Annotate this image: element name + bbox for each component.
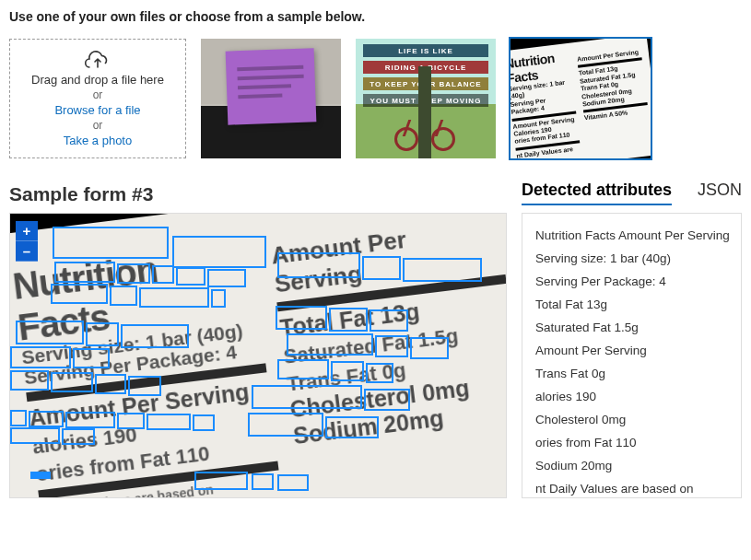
sample-thumb-3[interactable]: Nutrition Facts Serving size: 1 bar (40g…	[510, 39, 651, 158]
result-tabs: Detected attributes JSON	[522, 181, 742, 205]
detected-item: Serving size: 1 bar (40g)	[535, 248, 728, 271]
image-preview[interactable]: + – Nutrition Facts Serving size: 1 bar …	[9, 213, 507, 498]
detected-attributes-panel: Nutrition Facts Amount Per Serving Servi…	[522, 213, 742, 498]
drag-drop-label: Drag and drop a file here	[31, 73, 164, 87]
instruction-text: Use one of your own files or choose from…	[9, 9, 742, 24]
detected-item: alories 190	[535, 386, 728, 409]
detected-item: Saturated Fat 1.5g	[535, 317, 728, 340]
cloud-upload-icon	[85, 51, 111, 71]
sample-thumb-2[interactable]: LIFE IS LIKE RIDING A BICYCLE TO KEEP YO…	[356, 39, 496, 158]
zoom-out-button[interactable]: –	[16, 241, 38, 262]
take-photo-link[interactable]: Take a photo	[64, 134, 132, 147]
detected-item: Cholesterol 0mg	[535, 409, 728, 432]
detected-item: Trans Fat 0g	[535, 363, 728, 386]
detected-item: Nutrition Facts Amount Per Serving	[535, 225, 728, 248]
tab-json[interactable]: JSON	[698, 181, 742, 205]
detected-item: Amount Per Serving	[535, 340, 728, 363]
zoom-in-button[interactable]: +	[16, 221, 38, 241]
sample-gallery: Drag and drop a file here or Browse for …	[9, 39, 742, 158]
detected-item: Total Fat 13g	[535, 294, 728, 317]
drag-handle-icon[interactable]	[30, 472, 51, 479]
detected-item: Sodium 20mg	[535, 455, 728, 478]
zoom-controls: + –	[16, 221, 38, 262]
browse-file-link[interactable]: Browse for a file	[54, 103, 140, 117]
or-label-2: or	[93, 119, 103, 132]
tab-detected-attributes[interactable]: Detected attributes	[522, 181, 672, 205]
detected-item: ories from Fat 110	[535, 432, 728, 455]
file-dropzone[interactable]: Drag and drop a file here or Browse for …	[9, 39, 186, 158]
quote-line-1: LIFE IS LIKE	[363, 44, 488, 57]
detected-item: nt Daily Values are based on	[535, 478, 728, 498]
sample-heading: Sample form #3	[9, 183, 153, 205]
detected-item: Serving Per Package: 4	[535, 271, 728, 294]
or-label-1: or	[93, 88, 103, 101]
sample-thumb-1[interactable]	[201, 39, 341, 158]
